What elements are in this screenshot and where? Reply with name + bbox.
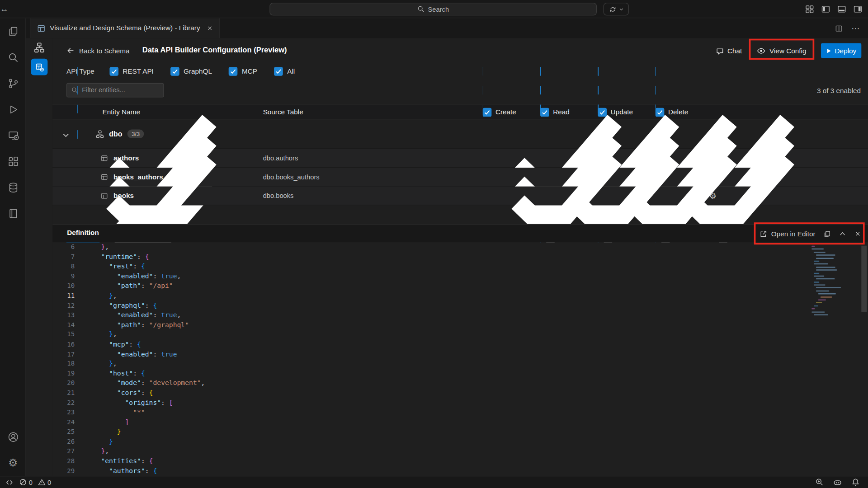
- error-icon: [19, 479, 27, 486]
- open-in-editor-button[interactable]: Open in Editor: [760, 230, 816, 238]
- line-number: 21: [58, 388, 75, 398]
- code-line[interactable]: 17 "enabled": true: [52, 349, 868, 359]
- tab-visualize-design-schema[interactable]: Visualize and Design Schema (Preview) - …: [30, 18, 220, 38]
- search-icon[interactable]: [0, 44, 26, 70]
- more-actions-icon[interactable]: ⋯: [851, 23, 860, 33]
- code-line[interactable]: 23 "*": [52, 408, 868, 418]
- zoom-icon[interactable]: [816, 478, 824, 486]
- run-debug-icon[interactable]: [0, 96, 26, 122]
- line-number: 14: [58, 320, 75, 330]
- error-count: 0: [29, 479, 33, 486]
- code-line[interactable]: 18 },: [52, 359, 868, 369]
- title-bar: ← → Search: [0, 0, 868, 18]
- definition-tab[interactable]: Definition: [66, 225, 99, 243]
- status-bar: 0 0: [0, 476, 868, 488]
- definition-panel-header: Definition Open in Editor: [52, 224, 868, 242]
- code-line[interactable]: 16 "mcp": {: [52, 340, 868, 350]
- remote-explorer-icon[interactable]: [0, 122, 26, 149]
- view-config-button[interactable]: View Config: [757, 44, 807, 57]
- code-line[interactable]: 6 },: [52, 242, 868, 252]
- customize-layout-icon[interactable]: [804, 3, 816, 15]
- chevron-down-icon[interactable]: [62, 131, 70, 139]
- history-forward-button[interactable]: →: [0, 0, 8, 18]
- code-line[interactable]: 13 "enabled": true,: [52, 310, 868, 320]
- editor-scrollbar[interactable]: [861, 246, 867, 312]
- copy-icon[interactable]: [823, 230, 831, 238]
- code-line[interactable]: 19 "host": {: [52, 369, 868, 379]
- api-type-option-label: MCP: [242, 67, 257, 75]
- code-line[interactable]: 7 "runtime": {: [52, 252, 868, 262]
- database-icon[interactable]: [0, 174, 26, 201]
- account-icon[interactable]: [0, 424, 26, 450]
- session-loop-button[interactable]: [604, 3, 629, 15]
- code-line[interactable]: 25 }: [52, 427, 868, 437]
- chat-label: Chat: [727, 47, 742, 55]
- code-line[interactable]: 20 "mode": "development",: [52, 379, 868, 389]
- entity-name: books: [113, 192, 134, 199]
- warning-icon: [38, 479, 45, 486]
- table-icon: [101, 192, 108, 199]
- tab-close-icon[interactable]: [207, 25, 213, 32]
- editor-tab-bar: Visualize and Design Schema (Preview) - …: [26, 18, 868, 38]
- toggle-left-panel-icon[interactable]: [820, 3, 831, 15]
- code-line[interactable]: 15 },: [52, 330, 868, 340]
- code-line[interactable]: 26 }: [52, 437, 868, 447]
- source-table: dbo.authors: [263, 154, 298, 162]
- line-number: 20: [58, 379, 75, 389]
- back-to-schema-button[interactable]: Back to Schema: [66, 47, 130, 55]
- code-line[interactable]: 27 },: [52, 447, 868, 457]
- checkbox[interactable]: [274, 67, 283, 76]
- eye-icon: [757, 47, 766, 56]
- source-control-icon[interactable]: [0, 70, 26, 97]
- line-number: 19: [58, 369, 75, 379]
- copilot-icon[interactable]: [833, 478, 842, 487]
- code-line[interactable]: 9 "enabled": true,: [52, 272, 868, 282]
- tab-title: Visualize and Design Schema (Preview) - …: [50, 24, 200, 32]
- code-line[interactable]: 24 ]: [52, 418, 868, 427]
- chat-button[interactable]: Chat: [716, 44, 742, 57]
- line-number: 27: [58, 447, 75, 457]
- line-number: 7: [58, 252, 75, 262]
- code-line[interactable]: 14 "path": "/graphql": [52, 320, 868, 330]
- toggle-bottom-panel-icon[interactable]: [836, 3, 848, 15]
- code-line[interactable]: 21 "cors": {: [52, 388, 868, 398]
- bell-icon[interactable]: [851, 478, 859, 486]
- api-type-option-label: All: [287, 67, 295, 75]
- code-line[interactable]: 12 "graphql": {: [52, 301, 868, 311]
- split-editor-icon[interactable]: [835, 24, 843, 32]
- code-line[interactable]: 10 "path": "/api": [52, 282, 868, 291]
- view-rail: [26, 38, 53, 476]
- extensions-icon[interactable]: [0, 148, 26, 174]
- settings-gear-icon[interactable]: ⚙: [0, 450, 26, 476]
- activity-bar-bottom: ⚙: [0, 424, 26, 476]
- files-icon[interactable]: [0, 18, 26, 44]
- play-icon: [826, 48, 831, 53]
- code-line[interactable]: 8 "rest": {: [52, 262, 868, 272]
- code-line[interactable]: 29 "authors": {: [52, 466, 868, 476]
- source-table: dbo.books: [263, 192, 294, 199]
- line-number: 23: [58, 408, 75, 418]
- code-line[interactable]: 11 },: [52, 291, 868, 301]
- close-icon[interactable]: [854, 230, 861, 237]
- code-line[interactable]: 28 "entities": {: [52, 456, 868, 466]
- remote-indicator-icon[interactable]: [5, 479, 13, 486]
- row-settings-icon[interactable]: ⚙: [709, 192, 717, 200]
- data-api-builder-icon[interactable]: [31, 59, 48, 75]
- toggle-right-panel-icon[interactable]: [852, 3, 863, 15]
- entity-rows: authorsdbo.authors⚙books_authorsdbo.book…: [52, 148, 868, 205]
- chevron-up-icon[interactable]: [839, 230, 846, 238]
- warning-count: 0: [47, 479, 51, 486]
- column-header-source-table: Source Table: [263, 108, 303, 116]
- problems-indicator[interactable]: 0 0: [19, 479, 51, 486]
- minimap[interactable]: [809, 246, 860, 317]
- visualize-schema-icon[interactable]: [26, 38, 53, 57]
- api-type-option[interactable]: All: [274, 67, 295, 76]
- deploy-button[interactable]: Deploy: [821, 43, 861, 58]
- notebook-icon[interactable]: [0, 200, 26, 226]
- definition-code-editor[interactable]: 6 },7 "runtime": {8 "rest": {9 "enabled"…: [52, 242, 868, 476]
- line-number: 17: [58, 349, 75, 359]
- view-config-label: View Config: [769, 47, 806, 55]
- code-line[interactable]: 22 "origins": [: [52, 398, 868, 408]
- command-center-search[interactable]: Search: [269, 3, 597, 15]
- entity-row[interactable]: booksdbo.books⚙: [52, 187, 868, 206]
